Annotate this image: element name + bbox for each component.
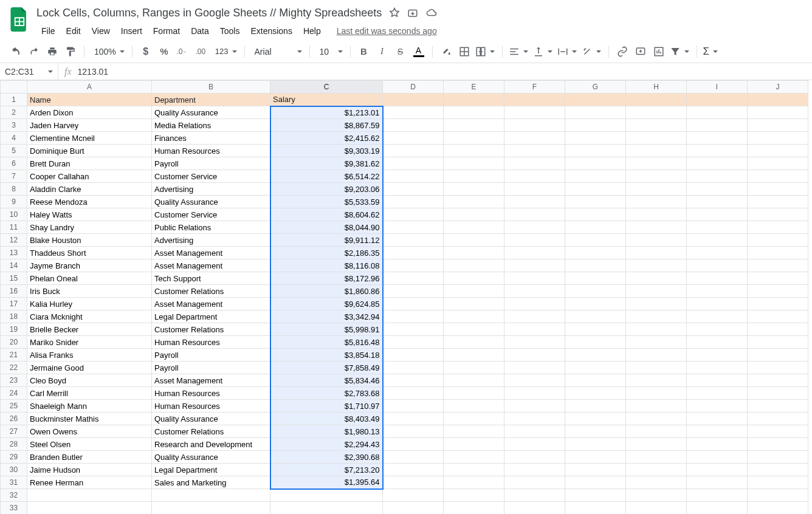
cell-G20[interactable] [565,336,626,349]
cell-B29[interactable]: Quality Assurance [152,451,270,464]
currency-button[interactable]: $ [137,43,154,60]
cell-I18[interactable] [687,310,748,323]
cell-B11[interactable]: Public Relations [152,221,270,234]
cell-A13[interactable]: Thaddeus Short [27,247,152,259]
cell-I5[interactable] [687,145,748,157]
cell-C25[interactable]: $1,710.97 [270,400,383,413]
cell-J9[interactable] [748,196,808,208]
cell-E13[interactable] [444,247,504,259]
cell-A11[interactable]: Shay Landry [27,221,152,234]
cell-C26[interactable]: $8,403.49 [270,413,383,425]
cell-I24[interactable] [687,387,748,400]
cell-E7[interactable] [444,170,504,183]
cell-B1[interactable]: Department [152,94,270,106]
cell-F9[interactable] [504,196,565,208]
cell-E18[interactable] [444,310,504,323]
formula-bar[interactable]: 1213.01 [78,67,109,77]
print-button[interactable] [44,43,61,60]
cell-D33[interactable] [383,502,444,515]
cell-D6[interactable] [383,157,444,170]
cell-B14[interactable]: Asset Management [152,259,270,272]
last-edit[interactable]: Last edit was seconds ago [337,26,437,36]
cell-I9[interactable] [687,196,748,208]
cell-G6[interactable] [565,157,626,170]
colhdr-G[interactable]: G [565,81,626,94]
cell-I19[interactable] [687,323,748,336]
cell-J7[interactable] [748,170,808,183]
cell-F8[interactable] [504,183,565,196]
rowhdr-22[interactable]: 22 [1,362,27,374]
select-all-corner[interactable] [1,81,27,94]
cell-B6[interactable]: Payroll [152,157,270,170]
cell-F26[interactable] [504,413,565,425]
rowhdr-18[interactable]: 18 [1,310,27,323]
cell-A15[interactable]: Phelan Oneal [27,272,152,285]
cell-A2[interactable]: Arden Dixon [27,106,152,119]
colhdr-B[interactable]: B [152,81,270,94]
cell-A29[interactable]: Branden Butler [27,451,152,464]
cell-C31[interactable]: $1,395.64 [270,476,383,489]
rowhdr-17[interactable]: 17 [1,298,27,310]
cell-G31[interactable] [565,476,626,489]
cell-D30[interactable] [383,464,444,476]
cell-B2[interactable]: Quality Assurance [152,106,270,119]
cell-A14[interactable]: Jayme Branch [27,259,152,272]
cell-I21[interactable] [687,349,748,362]
cell-E5[interactable] [444,145,504,157]
rowhdr-31[interactable]: 31 [1,476,27,489]
cell-E27[interactable] [444,425,504,438]
cell-G11[interactable] [565,221,626,234]
menu-insert[interactable]: Insert [116,24,147,38]
cell-E28[interactable] [444,438,504,451]
cell-G5[interactable] [565,145,626,157]
colhdr-E[interactable]: E [444,81,504,94]
cell-F17[interactable] [504,298,565,310]
cell-G29[interactable] [565,451,626,464]
move-icon[interactable] [407,7,418,18]
cell-G3[interactable] [565,119,626,132]
cell-I13[interactable] [687,247,748,259]
cell-H16[interactable] [626,285,687,298]
cell-J5[interactable] [748,145,808,157]
menu-view[interactable]: View [87,24,115,38]
cell-A5[interactable]: Dominique Burt [27,145,152,157]
cell-F18[interactable] [504,310,565,323]
cell-C22[interactable]: $7,858.49 [270,362,383,374]
cell-E2[interactable] [444,106,504,119]
valign-dropdown[interactable] [532,43,555,60]
cell-H1[interactable] [626,94,687,106]
cell-A30[interactable]: Jaime Hudson [27,464,152,476]
cell-A16[interactable]: Iris Buck [27,285,152,298]
cell-I28[interactable] [687,438,748,451]
cell-G21[interactable] [565,349,626,362]
rowhdr-15[interactable]: 15 [1,272,27,285]
cell-D3[interactable] [383,119,444,132]
cell-D29[interactable] [383,451,444,464]
undo-button[interactable] [7,43,24,60]
rowhdr-3[interactable]: 3 [1,119,27,132]
cell-I33[interactable] [687,502,748,515]
colhdr-I[interactable]: I [687,81,748,94]
increase-decimal-button[interactable]: .00 [192,43,209,60]
colhdr-J[interactable]: J [748,81,808,94]
cell-A22[interactable]: Jermaine Good [27,362,152,374]
cell-F25[interactable] [504,400,565,413]
cell-D5[interactable] [383,145,444,157]
cell-C9[interactable]: $5,533.59 [270,196,383,208]
cell-I32[interactable] [687,489,748,502]
cell-D25[interactable] [383,400,444,413]
cell-I6[interactable] [687,157,748,170]
cell-H2[interactable] [626,106,687,119]
cell-C24[interactable]: $2,783.68 [270,387,383,400]
cell-H22[interactable] [626,362,687,374]
cell-G10[interactable] [565,208,626,221]
functions-dropdown[interactable]: Σ [702,43,721,60]
cell-F14[interactable] [504,259,565,272]
rowhdr-14[interactable]: 14 [1,259,27,272]
menu-file[interactable]: File [36,24,60,38]
cell-I4[interactable] [687,132,748,145]
cell-D17[interactable] [383,298,444,310]
cell-E33[interactable] [444,502,504,515]
cell-J26[interactable] [748,413,808,425]
cell-E3[interactable] [444,119,504,132]
